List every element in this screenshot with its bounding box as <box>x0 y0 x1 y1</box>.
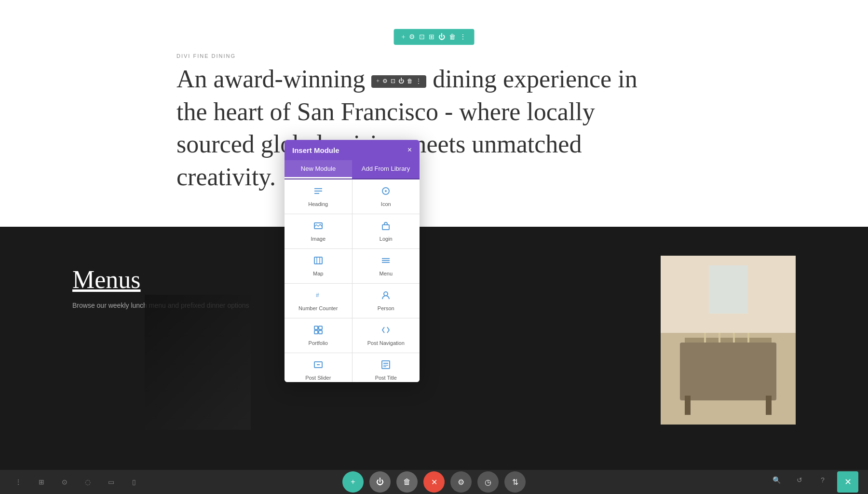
inline-more-icon[interactable]: ⋮ <box>416 78 421 85</box>
module-label: Login <box>380 236 393 242</box>
refresh-button[interactable]: ↺ <box>791 471 808 489</box>
module-item-image[interactable]: Image <box>285 214 352 248</box>
inline-trash-icon[interactable]: 🗑 <box>407 78 413 85</box>
module-item-post-slider[interactable]: Post Slider <box>285 353 352 382</box>
svg-rect-2 <box>685 338 772 343</box>
svg-rect-30 <box>314 326 318 329</box>
module-icon-post-navigation <box>381 325 391 337</box>
rect-button[interactable]: ▭ <box>102 473 120 491</box>
module-label: Post Navigation <box>367 340 405 346</box>
module-item-person[interactable]: Person <box>353 284 420 318</box>
module-label: Icon <box>381 201 391 207</box>
module-label: Post Slider <box>305 375 331 381</box>
module-item-login[interactable]: Login <box>353 214 420 248</box>
settings-icon[interactable]: ⚙ <box>409 33 415 41</box>
duplicate-icon[interactable]: ⊡ <box>419 33 425 41</box>
module-icon-image <box>313 221 323 233</box>
bottom-bar-center: + ⏻ 🗑 ✕ ⚙ ◷ ⇅ <box>342 471 526 493</box>
tablet-button[interactable]: ▯ <box>125 473 143 491</box>
search-left-button[interactable]: ⊙ <box>56 473 73 491</box>
inline-add-icon[interactable]: + <box>376 78 380 85</box>
power-icon[interactable]: ⏻ <box>438 33 445 41</box>
module-icon-number-counter: # <box>313 290 323 302</box>
module-icon-portfolio <box>313 325 323 337</box>
center-reorder-button[interactable]: ⇅ <box>504 471 526 493</box>
module-label: Person <box>378 305 394 311</box>
search-right-button[interactable]: 🔍 <box>768 471 785 489</box>
bottom-bar-left: ⋮ ⊞ ⊙ ◌ ▭ ▯ <box>10 473 143 491</box>
module-item-icon[interactable]: Icon <box>353 179 420 214</box>
help-button[interactable]: ? <box>814 471 831 489</box>
center-add-button[interactable]: + <box>342 471 364 493</box>
trash-icon[interactable]: 🗑 <box>449 33 456 41</box>
module-item-menu[interactable]: Menu <box>353 249 420 283</box>
inline-module-toolbar[interactable]: + ⚙ ⊡ ⏻ 🗑 ⋮ <box>371 75 426 88</box>
more-icon[interactable]: ⋮ <box>460 33 466 41</box>
inline-duplicate-icon[interactable]: ⊡ <box>391 78 395 85</box>
module-icon-post-title <box>381 360 391 372</box>
svg-rect-22 <box>314 257 322 264</box>
grid-icon[interactable]: ⊞ <box>429 33 434 41</box>
top-section: + ⚙ ⊡ ⊞ ⏻ 🗑 ⋮ DIVI FINE DINING An award-… <box>0 0 868 227</box>
module-label: Post Title <box>375 375 397 381</box>
module-icon-map <box>313 256 323 268</box>
add-icon[interactable]: + <box>402 33 406 41</box>
module-item-number-counter[interactable]: #Number Counter <box>285 284 352 318</box>
module-label: Number Counter <box>298 305 338 311</box>
svg-rect-1 <box>680 343 776 400</box>
module-item-map[interactable]: Map <box>285 249 352 283</box>
inline-power-icon[interactable]: ⏻ <box>398 78 404 85</box>
menu-dots-button[interactable]: ⋮ <box>10 473 27 491</box>
module-label: Image <box>311 236 326 242</box>
svg-point-19 <box>385 190 387 192</box>
bottom-bar-right: 🔍 ↺ ? ✕ <box>768 471 858 493</box>
hero-text: An award-winning + ⚙ ⊡ ⏻ 🗑 ⋮ dining expe… <box>176 63 772 193</box>
center-power-button[interactable]: ⏻ <box>369 471 391 493</box>
module-grid: HeadingIconImageLoginMapMenu#Number Coun… <box>285 179 420 382</box>
inline-settings-icon[interactable]: ⚙ <box>382 78 388 85</box>
center-close-button[interactable]: ✕ <box>423 471 445 493</box>
module-icon-post-slider <box>313 360 323 372</box>
svg-rect-31 <box>319 326 322 329</box>
site-label: DIVI FINE DINING <box>176 53 236 59</box>
grid-view-button[interactable]: ⊞ <box>33 473 50 491</box>
module-label: Map <box>313 271 323 276</box>
svg-point-29 <box>384 292 388 296</box>
right-dining-image <box>661 256 796 425</box>
modal-body: HeadingIconImageLoginMapMenu#Number Coun… <box>285 179 420 382</box>
center-history-button[interactable]: ◷ <box>477 471 499 493</box>
center-trash-button[interactable]: 🗑 <box>396 471 418 493</box>
modal-header: Insert Module × <box>285 140 420 160</box>
bottom-bar: ⋮ ⊞ ⊙ ◌ ▭ ▯ + ⏻ 🗑 ✕ ⚙ ◷ ⇅ 🔍 ↺ ? ✕ <box>0 470 868 494</box>
module-icon-menu <box>381 256 391 268</box>
svg-rect-4 <box>766 396 772 415</box>
modal-close-button[interactable]: × <box>407 146 412 154</box>
modal-title: Insert Module <box>292 146 339 154</box>
tab-add-from-library[interactable]: Add From Library <box>352 160 420 178</box>
module-icon-icon <box>381 186 391 198</box>
svg-rect-14 <box>709 265 747 314</box>
bottom-section: Menus Browse our weekly lunch menu and p… <box>0 227 868 494</box>
module-label: Menu <box>379 271 393 276</box>
module-label: Heading <box>308 201 328 207</box>
exit-button[interactable]: ✕ <box>837 471 858 493</box>
module-item-post-navigation[interactable]: Post Navigation <box>353 318 420 353</box>
insert-module-modal: Insert Module × New Module Add From Libr… <box>285 140 420 382</box>
svg-rect-3 <box>685 396 691 415</box>
center-settings-button[interactable]: ⚙ <box>450 471 472 493</box>
module-icon-person <box>381 290 391 302</box>
modal-tabs: New Module Add From Library <box>285 160 420 179</box>
module-label: Portfolio <box>309 340 328 346</box>
svg-text:#: # <box>316 292 319 299</box>
module-icon-heading <box>313 186 323 198</box>
svg-rect-33 <box>319 330 322 334</box>
hero-text-start: An award-winning <box>176 65 371 93</box>
module-icon-login <box>381 221 391 233</box>
section-toolbar[interactable]: + ⚙ ⊡ ⊞ ⏻ 🗑 ⋮ <box>394 29 475 45</box>
module-item-portfolio[interactable]: Portfolio <box>285 318 352 353</box>
tab-new-module[interactable]: New Module <box>285 160 352 178</box>
module-item-post-title[interactable]: Post Title <box>353 353 420 382</box>
menu-image-dark <box>145 295 251 430</box>
module-item-heading[interactable]: Heading <box>285 179 352 214</box>
circle-button[interactable]: ◌ <box>79 473 96 491</box>
